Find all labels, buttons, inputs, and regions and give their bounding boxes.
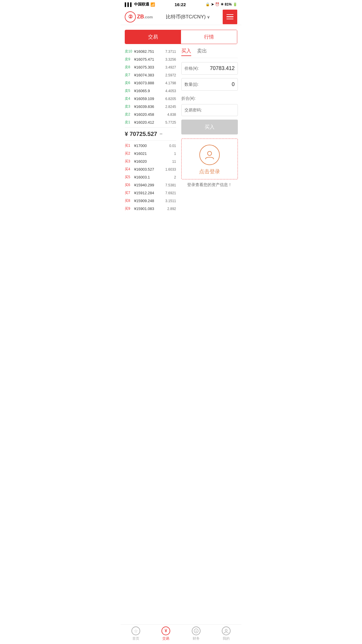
- quantity-input-group[interactable]: 数量(₿): 0: [181, 78, 238, 91]
- bluetooth-icon: ✳: [221, 2, 224, 6]
- sell-amount-2: 4.838: [167, 113, 176, 117]
- buy-orders: 买1 ¥17000 0.01 买2 ¥16021 1 买3 ¥16020 11 …: [125, 142, 176, 213]
- sell-amount-6: 4.1798: [165, 81, 176, 85]
- menu-line-1: [226, 14, 233, 15]
- signal-icon: ▌▌▌: [125, 2, 133, 7]
- buy-price-9: ¥15901.083: [133, 206, 167, 211]
- location-icon: ➤: [211, 2, 214, 6]
- sell-order-row-9: 卖9 ¥16075.471 3.3256: [125, 55, 176, 63]
- carrier: 中国联通: [134, 2, 149, 7]
- buy-order-row-1: 买1 ¥17000 0.01: [125, 142, 176, 150]
- sell-label-1: 卖1: [125, 120, 133, 125]
- sell-label-9: 卖9: [125, 57, 133, 62]
- sell-label-5: 卖5: [125, 88, 133, 93]
- menu-button[interactable]: [223, 10, 237, 24]
- current-price: ¥ 70725.527: [125, 131, 157, 137]
- tab-buy[interactable]: 买入: [181, 48, 191, 56]
- status-time: 16:22: [175, 2, 186, 7]
- sell-amount-10: 7.3711: [165, 50, 176, 54]
- buy-label-3: 买3: [125, 159, 133, 164]
- trading-pair-title: 比特币(BTC/CNY): [166, 13, 206, 20]
- tab-trading[interactable]: 交易: [125, 30, 181, 44]
- svg-point-0: [208, 151, 212, 155]
- sell-amount-3: 2.8245: [165, 105, 176, 109]
- sell-price-10: ¥16082.751: [133, 49, 165, 54]
- buy-price-2: ¥16021: [133, 151, 174, 156]
- menu-line-3: [226, 19, 233, 20]
- wifi-icon: 📶: [150, 2, 155, 7]
- buy-order-row-9: 买9 ¥15901.083 2.892: [125, 205, 176, 213]
- buy-order-row-8: 买8 ¥15909.248 3.1511: [125, 197, 176, 205]
- sell-price-4: ¥16059.109: [133, 97, 165, 101]
- buy-label-6: 买6: [125, 183, 133, 188]
- buy-amount-8: 3.1511: [165, 199, 176, 203]
- sell-price-8: ¥16075.303: [133, 65, 165, 69]
- sell-amount-8: 3.4927: [165, 65, 176, 69]
- sell-orders: 卖10 ¥16082.751 7.3711 卖9 ¥16075.471 3.32…: [125, 48, 176, 126]
- header-title[interactable]: 比特币(BTC/CNY) ∨: [166, 13, 210, 20]
- buy-price-8: ¥15909.248: [133, 199, 165, 203]
- buy-label-4: 买4: [125, 167, 133, 172]
- login-text[interactable]: 点击登录: [199, 168, 220, 175]
- login-prompt-box[interactable]: 点击登录: [181, 139, 238, 179]
- buy-label-2: 买2: [125, 151, 133, 156]
- sell-price-1: ¥16020.412: [133, 120, 165, 125]
- password-label: 交易密码:: [184, 108, 202, 112]
- buy-label-5: 买5: [125, 175, 133, 180]
- sell-order-row-8: 卖8 ¥16075.303 3.4927: [125, 63, 176, 71]
- logo-icon: ②: [125, 11, 136, 22]
- buy-amount-2: 1: [174, 152, 176, 156]
- buy-amount-7: 7.6921: [165, 191, 176, 195]
- buy-price-6: ¥15940.299: [133, 183, 165, 187]
- sell-price-2: ¥16020.458: [133, 112, 167, 117]
- sell-label-8: 卖8: [125, 65, 133, 70]
- sell-order-row-2: 卖2 ¥16020.458 4.838: [125, 111, 176, 118]
- sell-order-row-3: 卖3 ¥16039.836 2.8245: [125, 103, 176, 111]
- buy-amount-5: 2: [174, 175, 176, 179]
- tab-sell[interactable]: 卖出: [197, 48, 207, 56]
- sell-order-row-6: 卖6 ¥16073.888 4.1798: [125, 79, 176, 87]
- sell-price-7: ¥16074.383: [133, 73, 165, 77]
- buy-amount-9: 2.892: [167, 207, 176, 211]
- buy-amount-1: 0.01: [169, 144, 176, 148]
- status-bar: ▌▌▌ 中国联通 📶 16:22 🔒 ➤ ⏰ ✳ 81% 🔋: [121, 0, 241, 9]
- sell-label-7: 卖7: [125, 73, 133, 78]
- sell-price-9: ¥16075.471: [133, 57, 165, 62]
- price-label: 价格(¥):: [184, 66, 199, 71]
- status-right: 🔒 ➤ ⏰ ✳ 81% 🔋: [205, 2, 237, 6]
- buy-price-7: ¥15912.284: [133, 191, 165, 195]
- buy-label-8: 买8: [125, 198, 133, 203]
- logo-text: ZB.com: [137, 14, 153, 20]
- buy-price-3: ¥16020: [133, 159, 172, 164]
- buy-amount-6: 7.5381: [165, 183, 176, 187]
- sell-amount-5: 4.4053: [165, 89, 176, 93]
- price-direction-icon: −: [159, 131, 163, 137]
- buy-order-row-3: 买3 ¥16020 11: [125, 158, 176, 165]
- sell-amount-1: 5.7725: [165, 120, 176, 125]
- alarm-icon: ⏰: [215, 2, 219, 6]
- login-avatar-icon: [199, 145, 220, 165]
- price-input-group[interactable]: 价格(¥): 70783.412: [181, 62, 238, 75]
- sell-label-6: 卖6: [125, 80, 133, 85]
- buy-amount-3: 11: [172, 160, 176, 164]
- sell-label-3: 卖3: [125, 104, 133, 109]
- quantity-label: 数量(₿):: [184, 82, 198, 87]
- chevron-down-icon: ∨: [207, 15, 210, 19]
- buy-order-row-5: 买5 ¥16003.1 2: [125, 173, 176, 181]
- sell-amount-4: 6.8205: [165, 97, 176, 101]
- buy-price-4: ¥16003.527: [133, 167, 165, 172]
- buy-order-row-7: 买7 ¥15912.284 7.6921: [125, 189, 176, 197]
- sell-label-2: 卖2: [125, 112, 133, 117]
- buy-button[interactable]: 买入: [181, 120, 238, 134]
- buy-label-1: 买1: [125, 143, 133, 148]
- battery-icon: 🔋: [233, 2, 237, 6]
- buy-label-7: 买7: [125, 190, 133, 195]
- sell-order-row-4: 卖4 ¥16059.109 6.8205: [125, 95, 176, 103]
- tab-market[interactable]: 行情: [181, 30, 237, 44]
- password-input-group[interactable]: 交易密码:: [181, 104, 238, 116]
- sell-price-6: ¥16073.888: [133, 81, 165, 85]
- trade-panel: 买入 卖出 价格(¥): 70783.412 数量(₿): 0 折合(¥): 交…: [179, 48, 241, 213]
- buy-label-9: 买9: [125, 206, 133, 211]
- sell-order-row-10: 卖10 ¥16082.751 7.3711: [125, 48, 176, 55]
- logo: ② ZB.com: [125, 11, 153, 22]
